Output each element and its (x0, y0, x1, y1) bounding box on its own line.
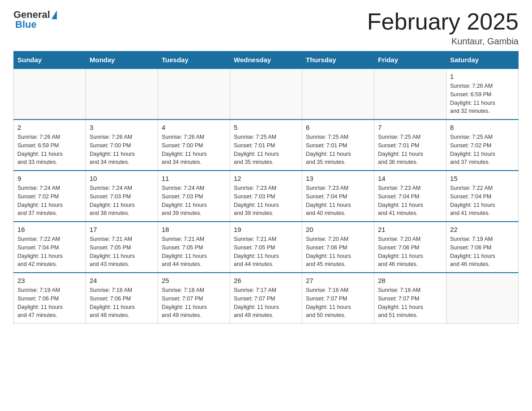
day-number: 19 (234, 226, 298, 233)
calendar-day-cell (86, 68, 158, 120)
day-number: 21 (378, 226, 442, 233)
day-number: 5 (234, 124, 298, 131)
day-info: Sunrise: 7:25 AMSunset: 7:02 PMDaylight:… (450, 133, 515, 167)
day-info: Sunrise: 7:19 AMSunset: 7:06 PMDaylight:… (17, 286, 82, 320)
day-number: 11 (162, 175, 226, 182)
weekday-header-row: SundayMondayTuesdayWednesdayThursdayFrid… (14, 51, 519, 69)
calendar-day-cell: 21Sunrise: 7:20 AMSunset: 7:06 PMDayligh… (374, 222, 446, 273)
day-info: Sunrise: 7:24 AMSunset: 7:02 PMDaylight:… (17, 184, 82, 218)
day-info: Sunrise: 7:25 AMSunset: 7:01 PMDaylight:… (378, 133, 442, 167)
calendar-day-cell: 13Sunrise: 7:23 AMSunset: 7:04 PMDayligh… (302, 171, 374, 222)
day-number: 3 (90, 124, 154, 131)
day-info: Sunrise: 7:26 AMSunset: 6:59 PMDaylight:… (17, 133, 82, 167)
location-label: Kuntaur, Gambia (367, 36, 519, 47)
day-info: Sunrise: 7:26 AMSunset: 6:59 PMDaylight:… (450, 82, 515, 116)
calendar-week-row: 2Sunrise: 7:26 AMSunset: 6:59 PMDaylight… (14, 120, 519, 171)
calendar-day-cell (374, 68, 446, 120)
day-number: 16 (17, 226, 82, 233)
calendar-table: SundayMondayTuesdayWednesdayThursdayFrid… (13, 51, 519, 324)
calendar-day-cell: 20Sunrise: 7:20 AMSunset: 7:06 PMDayligh… (302, 222, 374, 273)
weekday-header-tuesday: Tuesday (158, 51, 230, 69)
page-header: General Blue February 2025 Kuntaur, Gamb… (13, 9, 519, 47)
month-title: February 2025 (367, 9, 519, 34)
day-info: Sunrise: 7:26 AMSunset: 7:00 PMDaylight:… (90, 133, 154, 167)
calendar-day-cell: 10Sunrise: 7:24 AMSunset: 7:03 PMDayligh… (86, 171, 158, 222)
calendar-day-cell: 6Sunrise: 7:25 AMSunset: 7:01 PMDaylight… (302, 120, 374, 171)
logo-blue-text: Blue (15, 19, 37, 30)
logo-triangle-icon (51, 10, 57, 19)
day-info: Sunrise: 7:23 AMSunset: 7:04 PMDaylight:… (306, 184, 370, 218)
calendar-day-cell (302, 68, 374, 120)
day-number: 7 (378, 124, 442, 131)
logo: General Blue (13, 9, 57, 30)
day-info: Sunrise: 7:17 AMSunset: 7:07 PMDaylight:… (234, 286, 298, 320)
calendar-day-cell: 22Sunrise: 7:19 AMSunset: 7:06 PMDayligh… (446, 222, 519, 273)
day-info: Sunrise: 7:21 AMSunset: 7:05 PMDaylight:… (162, 235, 226, 269)
calendar-day-cell: 12Sunrise: 7:23 AMSunset: 7:03 PMDayligh… (230, 171, 302, 222)
day-info: Sunrise: 7:24 AMSunset: 7:03 PMDaylight:… (162, 184, 226, 218)
calendar-day-cell: 7Sunrise: 7:25 AMSunset: 7:01 PMDaylight… (374, 120, 446, 171)
day-number: 23 (17, 277, 82, 284)
calendar-day-cell: 14Sunrise: 7:23 AMSunset: 7:04 PMDayligh… (374, 171, 446, 222)
calendar-day-cell: 17Sunrise: 7:21 AMSunset: 7:05 PMDayligh… (86, 222, 158, 273)
day-number: 13 (306, 175, 370, 182)
calendar-day-cell (446, 273, 519, 324)
day-number: 27 (306, 277, 370, 284)
calendar-week-row: 9Sunrise: 7:24 AMSunset: 7:02 PMDaylight… (14, 171, 519, 222)
weekday-header-sunday: Sunday (14, 51, 86, 69)
weekday-header-thursday: Thursday (302, 51, 374, 69)
day-info: Sunrise: 7:16 AMSunset: 7:07 PMDaylight:… (378, 286, 442, 320)
day-info: Sunrise: 7:20 AMSunset: 7:06 PMDaylight:… (306, 235, 370, 269)
day-number: 22 (450, 226, 515, 233)
calendar-day-cell: 26Sunrise: 7:17 AMSunset: 7:07 PMDayligh… (230, 273, 302, 324)
calendar-day-cell: 24Sunrise: 7:18 AMSunset: 7:06 PMDayligh… (86, 273, 158, 324)
day-number: 17 (90, 226, 154, 233)
day-number: 28 (378, 277, 442, 284)
weekday-header-wednesday: Wednesday (230, 51, 302, 69)
calendar-day-cell: 11Sunrise: 7:24 AMSunset: 7:03 PMDayligh… (158, 171, 230, 222)
calendar-day-cell: 23Sunrise: 7:19 AMSunset: 7:06 PMDayligh… (14, 273, 86, 324)
day-info: Sunrise: 7:21 AMSunset: 7:05 PMDaylight:… (234, 235, 298, 269)
day-info: Sunrise: 7:26 AMSunset: 7:00 PMDaylight:… (162, 133, 226, 167)
calendar-day-cell: 27Sunrise: 7:16 AMSunset: 7:07 PMDayligh… (302, 273, 374, 324)
calendar-day-cell: 8Sunrise: 7:25 AMSunset: 7:02 PMDaylight… (446, 120, 519, 171)
day-number: 10 (90, 175, 154, 182)
day-info: Sunrise: 7:18 AMSunset: 7:07 PMDaylight:… (162, 286, 226, 320)
calendar-week-row: 1Sunrise: 7:26 AMSunset: 6:59 PMDaylight… (14, 68, 519, 120)
calendar-day-cell: 5Sunrise: 7:25 AMSunset: 7:01 PMDaylight… (230, 120, 302, 171)
calendar-day-cell: 28Sunrise: 7:16 AMSunset: 7:07 PMDayligh… (374, 273, 446, 324)
day-info: Sunrise: 7:23 AMSunset: 7:04 PMDaylight:… (378, 184, 442, 218)
day-info: Sunrise: 7:20 AMSunset: 7:06 PMDaylight:… (378, 235, 442, 269)
day-info: Sunrise: 7:25 AMSunset: 7:01 PMDaylight:… (234, 133, 298, 167)
day-number: 18 (162, 226, 226, 233)
calendar-day-cell: 25Sunrise: 7:18 AMSunset: 7:07 PMDayligh… (158, 273, 230, 324)
day-info: Sunrise: 7:24 AMSunset: 7:03 PMDaylight:… (90, 184, 154, 218)
day-number: 26 (234, 277, 298, 284)
day-number: 2 (17, 124, 82, 131)
calendar-day-cell: 16Sunrise: 7:22 AMSunset: 7:04 PMDayligh… (14, 222, 86, 273)
calendar-day-cell: 19Sunrise: 7:21 AMSunset: 7:05 PMDayligh… (230, 222, 302, 273)
day-info: Sunrise: 7:21 AMSunset: 7:05 PMDaylight:… (90, 235, 154, 269)
day-info: Sunrise: 7:16 AMSunset: 7:07 PMDaylight:… (306, 286, 370, 320)
day-number: 6 (306, 124, 370, 131)
day-number: 24 (90, 277, 154, 284)
calendar-week-row: 23Sunrise: 7:19 AMSunset: 7:06 PMDayligh… (14, 273, 519, 324)
calendar-day-cell (14, 68, 86, 120)
day-info: Sunrise: 7:23 AMSunset: 7:03 PMDaylight:… (234, 184, 298, 218)
day-number: 20 (306, 226, 370, 233)
day-info: Sunrise: 7:18 AMSunset: 7:06 PMDaylight:… (90, 286, 154, 320)
title-section: February 2025 Kuntaur, Gambia (367, 9, 519, 47)
day-info: Sunrise: 7:22 AMSunset: 7:04 PMDaylight:… (450, 184, 515, 218)
day-info: Sunrise: 7:25 AMSunset: 7:01 PMDaylight:… (306, 133, 370, 167)
day-number: 8 (450, 124, 515, 131)
day-number: 1 (450, 73, 515, 80)
day-info: Sunrise: 7:19 AMSunset: 7:06 PMDaylight:… (450, 235, 515, 269)
calendar-day-cell: 18Sunrise: 7:21 AMSunset: 7:05 PMDayligh… (158, 222, 230, 273)
day-number: 12 (234, 175, 298, 182)
weekday-header-monday: Monday (86, 51, 158, 69)
calendar-header: SundayMondayTuesdayWednesdayThursdayFrid… (14, 51, 519, 69)
calendar-week-row: 16Sunrise: 7:22 AMSunset: 7:04 PMDayligh… (14, 222, 519, 273)
day-info: Sunrise: 7:22 AMSunset: 7:04 PMDaylight:… (17, 235, 82, 269)
calendar-day-cell: 4Sunrise: 7:26 AMSunset: 7:00 PMDaylight… (158, 120, 230, 171)
calendar-day-cell: 1Sunrise: 7:26 AMSunset: 6:59 PMDaylight… (446, 68, 519, 120)
